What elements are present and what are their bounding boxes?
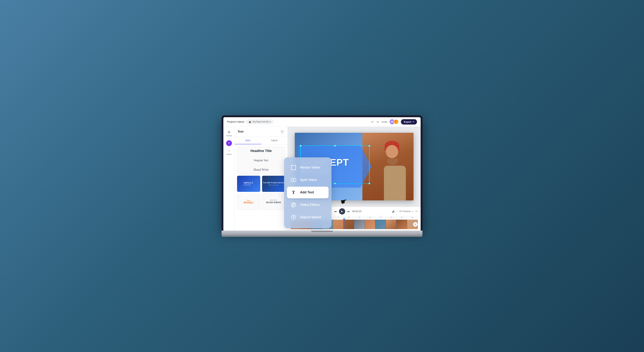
handwrite-big-label: HAND WRITE	[266, 201, 281, 204]
export-label: Export	[404, 120, 411, 123]
laptop-bottom	[222, 235, 422, 237]
fit-timeline-label: Fit Timeline	[400, 210, 410, 213]
svg-point-9	[293, 217, 294, 218]
impact-sub: passion	[244, 184, 254, 186]
fm-add-text-label: Add Text	[300, 191, 314, 194]
fm-add-text[interactable]: T Add Text	[287, 187, 328, 198]
person-beard	[388, 158, 398, 165]
template-truepath[interactable]: True Path To More Success Watch to learn…	[262, 175, 286, 192]
text-panel: Text + Style Adjust Headline Title	[235, 127, 288, 231]
template-impact-content: IMPACT passion	[237, 176, 260, 192]
svg-rect-0	[291, 165, 296, 170]
video-filters-icon	[290, 201, 297, 209]
sidebar-add-button[interactable]: +	[226, 140, 232, 146]
svg-rect-1	[291, 178, 293, 182]
text-style-headline[interactable]: Headline Title	[237, 147, 285, 155]
project-name: Project's Name	[227, 120, 244, 123]
app-main: ⚙ Settings + ↑ Upload	[223, 127, 421, 231]
panel-content: Headline Title Regular Text Hand Write	[235, 144, 288, 231]
timeline-center: ⏮ ▶ ⏭ 00:02:23	[334, 208, 362, 215]
impact-text: IMPACT	[244, 182, 254, 184]
app-header: Project's Name 🎬 YouTube Full HD ▾ ↩ ↪ I…	[223, 117, 421, 127]
sidebar-item-upload[interactable]: ↑ Upload	[224, 147, 234, 157]
truepath-text: True Path To More Success	[263, 182, 284, 184]
timeline-add-button[interactable]: +	[413, 222, 418, 227]
film-frame-6	[344, 220, 354, 229]
handwrite-big-small: Hand Write	[266, 199, 281, 201]
film-frame-5	[333, 220, 344, 229]
sidebar-item-settings[interactable]: ⚙ Settings	[224, 129, 234, 138]
template-birthday[interactable]: Happy Birthday!	[237, 194, 260, 210]
svg-point-6	[294, 203, 295, 204]
volume-button[interactable]: 🔊	[392, 210, 395, 213]
floating-menu: Resize Video Split Video	[284, 157, 332, 228]
playhead-triangle	[343, 218, 345, 220]
redo-button[interactable]: ↪	[376, 119, 380, 124]
fm-video-filters[interactable]: Video Filters	[287, 199, 328, 211]
person-body	[384, 166, 406, 201]
resize-video-icon	[290, 164, 297, 171]
avatar-group: SK	[390, 119, 399, 124]
laptop-base	[222, 231, 422, 235]
tab-style[interactable]: Style	[235, 137, 261, 144]
chevron-down-icon: ▾	[270, 120, 271, 123]
fm-split-label: Split Video	[300, 178, 317, 182]
text-templates-grid: IMPACT passion True Path To More Success…	[237, 175, 285, 210]
undo-redo-group: ↩ ↪	[370, 119, 380, 124]
fm-adjust-speed[interactable]: Adjust Speed	[287, 211, 328, 223]
skip-back-button[interactable]: ⏮	[334, 210, 337, 213]
plus-icon: +	[228, 141, 230, 145]
upload-label: Upload	[226, 153, 232, 155]
tab-adjust[interactable]: Adjust	[261, 137, 288, 144]
template-impact[interactable]: IMPACT passion	[237, 175, 260, 192]
birthday-label-small: Happy	[244, 199, 254, 201]
film-frame-11	[396, 220, 407, 229]
export-button[interactable]: Export ↗	[401, 119, 417, 124]
skip-forward-button[interactable]: ⏭	[348, 210, 350, 213]
svg-point-7	[292, 206, 293, 207]
ruler-35: 35	[354, 217, 365, 218]
header-right: ↩ ↪ Invite SK Export ↗	[370, 119, 417, 124]
panel-tabs: Style Adjust	[235, 137, 288, 144]
time-display: 00:02:23	[352, 210, 362, 213]
play-button[interactable]: ▶	[339, 208, 345, 215]
film-frame-7	[354, 220, 365, 229]
adjust-speed-icon	[290, 214, 297, 221]
svg-point-5	[292, 203, 293, 204]
text-style-handwrite[interactable]: Hand Write	[237, 165, 285, 174]
video-icon: 🎬	[249, 121, 251, 123]
settings-icon: ⚙	[228, 130, 230, 134]
fm-resize-label: Resize Video	[300, 166, 320, 169]
waveform-button[interactable]: 〜	[415, 210, 418, 213]
fm-split-video[interactable]: Split Video	[287, 174, 328, 186]
birthday-label-big: Birthday!	[244, 201, 254, 204]
canvas-area: Resize Video Split Video	[288, 127, 421, 231]
invite-button[interactable]: Invite	[382, 120, 388, 123]
template-truepath-content: True Path To More Success Watch to learn…	[262, 176, 285, 192]
ruler-55: 55	[396, 217, 407, 218]
handwrite-big-content: Hand Write HAND WRITE	[266, 199, 281, 204]
ruler-60: 60	[407, 217, 418, 218]
template-handwrite-big[interactable]: Hand Write HAND WRITE	[262, 194, 286, 210]
fm-filters-label: Video Filters	[300, 203, 320, 207]
zoom-minus-button[interactable]: −	[396, 210, 398, 213]
regular-label: Regular Text	[254, 159, 268, 162]
panel-add-button[interactable]: +	[280, 129, 284, 134]
svg-point-4	[292, 204, 294, 206]
text-style-regular[interactable]: Regular Text	[237, 156, 285, 164]
undo-button[interactable]: ↩	[370, 119, 374, 124]
ruler-45: 45	[375, 217, 386, 218]
fm-resize-video[interactable]: Resize Video	[287, 162, 328, 173]
panel-header: Text +	[235, 127, 288, 137]
split-video-icon	[290, 176, 297, 184]
headline-label: Headline Title	[250, 149, 272, 153]
format-selector[interactable]: 🎬 YouTube Full HD ▾	[246, 120, 273, 124]
header-left: Project's Name 🎬 YouTube Full HD ▾	[227, 120, 273, 124]
birthday-content: Happy Birthday!	[244, 199, 254, 204]
svg-rect-2	[294, 178, 296, 182]
upload-icon: ↑	[228, 149, 230, 153]
svg-line-11	[294, 216, 295, 217]
export-icon: ↗	[412, 121, 414, 123]
format-label: YouTube Full HD	[252, 120, 269, 123]
zoom-plus-button[interactable]: +	[412, 210, 414, 213]
